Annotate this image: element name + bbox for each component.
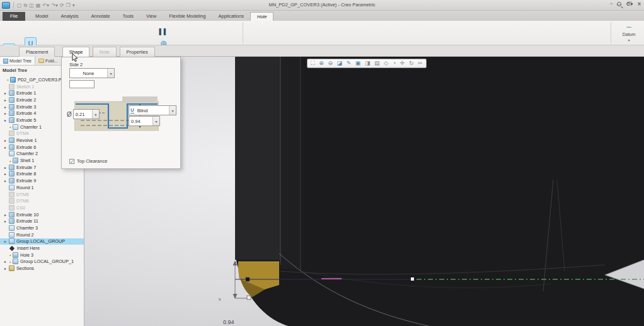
round-icon (9, 185, 14, 190)
tree-item-group-local-group-1[interactable]: ▸▲Group LOCAL_GROUP_1 (0, 259, 84, 265)
shell-icon (13, 158, 18, 163)
insert-icon (9, 245, 14, 250)
tree-item-group-local-group[interactable]: ▸Group LOCAL_GROUP (0, 238, 84, 245)
revolve-icon (9, 137, 14, 143)
orient-mode-icon[interactable]: ↻ (409, 59, 414, 67)
annotation-display-icon[interactable]: ◔ (393, 59, 396, 67)
extrude-icon (9, 144, 14, 150)
panel-tab-note: Note (93, 47, 117, 57)
tree-item-sections[interactable]: ▸Sections (0, 265, 84, 272)
zoom-in-icon[interactable]: ⊕ (319, 59, 324, 67)
ribbon-tab-model[interactable]: Model (29, 12, 54, 21)
tree-item-insert-here[interactable]: Insert Here (0, 245, 84, 252)
zoom-out-icon[interactable]: ⊖ (328, 59, 333, 67)
view-manager-icon[interactable]: ▤ (374, 59, 380, 67)
shape-depth-option-dropdown[interactable]: UBlind▾ (129, 105, 176, 115)
divider (243, 22, 243, 44)
repaint-icon[interactable]: ✎ (347, 59, 352, 67)
ribbon-tab-analysis[interactable]: Analysis (55, 12, 85, 21)
chamfer-icon (9, 225, 14, 231)
tree-item-extrude-11[interactable]: ▸Extrude 11 (0, 218, 84, 224)
top-clearance-label: Top Clearance (77, 158, 107, 164)
dashboard-tab-strip: PlacementShapeNoteProperties (0, 45, 644, 57)
extrude-icon (9, 110, 14, 116)
extrude-icon (9, 97, 14, 103)
datum-icon (9, 198, 14, 204)
group-icon (9, 238, 14, 244)
refit-icon[interactable]: ◪ (337, 59, 343, 67)
hole-icon (13, 252, 18, 258)
tree-item-extrude-10[interactable]: ▸Extrude 10 (0, 211, 84, 218)
chamfer-icon (13, 124, 18, 130)
display-style-icon[interactable]: ▣ (355, 59, 361, 67)
ribbon-tab-applications[interactable]: Applications (212, 12, 250, 21)
extrude-icon (9, 178, 14, 183)
help-icon[interactable]: ? (638, 1, 640, 7)
ribbon-tab-annotate[interactable]: Annotate (84, 12, 116, 21)
tree-item-round-1[interactable]: Round 1 (0, 184, 84, 191)
dimension-text-clipped: 0.94 (223, 319, 234, 325)
extrude-icon (9, 218, 14, 224)
in-graphics-toolbar: ⛶⊕⊖◪✎▣◨▤◇◔✛↻✂ (307, 59, 427, 68)
saved-views-icon[interactable]: ◨ (365, 59, 371, 67)
ribbon-tab-tools[interactable]: Tools (117, 12, 141, 21)
title-bar: ▢⧉◫▦↶▾↷▾⟳❐▾ MN_PD2_GP_COVER3 (Active) - … (0, 0, 644, 11)
side2-value-field[interactable] (69, 80, 95, 88)
top-clearance-checkbox[interactable]: ✓ (69, 159, 74, 164)
ribbon-tab-file[interactable]: File (3, 12, 25, 21)
pause-button[interactable]: ▌▌ (158, 25, 170, 37)
ribbon-tab-row: FileModelAnalysisAnnotateToolsViewFlexib… (0, 11, 644, 21)
panel-tab-properties[interactable]: Properties (120, 47, 155, 57)
spin-center-icon[interactable]: ✛ (400, 59, 405, 67)
extrude-icon (9, 171, 14, 177)
group-icon (13, 259, 18, 264)
tree-item-cs0[interactable]: CS0 (0, 204, 84, 211)
window-title: MN_PD2_GP_COVER3 (Active) - Creo Paramet… (0, 2, 644, 8)
tree-item-dtm6[interactable]: DTM6 (0, 197, 84, 204)
settings-gear-icon[interactable]: ⚙▾ (626, 1, 633, 7)
part-icon (10, 77, 16, 83)
ribbon-right-icons: ^⚙▾? (611, 1, 640, 7)
datum-group[interactable]: ∼ Datum ▾ (616, 23, 641, 42)
diameter-symbol: Ø (67, 111, 72, 118)
datum-wave-icon: ∼ (616, 23, 641, 32)
tree-item-round-2[interactable]: Round 2 (0, 231, 84, 238)
extrude-icon (9, 165, 14, 170)
tree-item-extrude-9[interactable]: ▸Extrude 9 (0, 177, 84, 184)
tree-panel-tab-model-tree[interactable]: Model Tree (0, 57, 35, 65)
extrude-icon (9, 212, 14, 218)
model-tree-title: Model Tree (3, 67, 27, 73)
extrude-icon (9, 117, 14, 123)
tree-panel-tab-folders[interactable]: Fold... (35, 57, 60, 65)
search-icon[interactable] (617, 2, 621, 6)
ribbon-tab-flexible-modeling[interactable]: Flexible Modeling (163, 12, 212, 21)
divider (611, 22, 611, 44)
ribbon-tab-hole[interactable]: Hole (250, 12, 273, 21)
round-icon (9, 232, 14, 238)
shape-depth-value-combobox[interactable]: 0.94▾ (129, 116, 160, 126)
extrude-icon (9, 104, 14, 110)
hole-dashboard: U▨ Uu~ Ø 0.21▾ U▾ 0.94▾ ⇅ ▌▌◎▧▞▞ơo ✓ ✕ ∼… (0, 21, 644, 45)
tree-item-dtm5[interactable]: DTM5 (0, 191, 84, 198)
detach-x-marker: × (218, 296, 221, 303)
shape-panel: Side 2 None▾ Ø 0.21▾ UBlind▾ 0.94▾ ✓ Top… (61, 57, 181, 169)
panel-tab-placement[interactable]: Placement (19, 47, 55, 57)
box-select-icon[interactable]: ⛶ (311, 59, 314, 67)
sketch-icon (9, 84, 14, 90)
ribbon-tab-view[interactable]: View (140, 12, 163, 21)
chamfer-icon (9, 151, 14, 156)
csys-icon (9, 205, 14, 211)
tree-item-extrude-8[interactable]: ▸Extrude 8 (0, 171, 84, 178)
side2-dropdown[interactable]: None▾ (69, 68, 115, 78)
tree-item-hole-3[interactable]: ▲Hole 3 (0, 252, 84, 259)
shape-diameter-combobox[interactable]: 0.21▾ (73, 109, 100, 119)
sections-icon (9, 265, 14, 271)
datum-display-icon[interactable]: ◇ (384, 59, 388, 67)
clip-icon[interactable]: ✂ (418, 59, 423, 67)
hole-axis-point (411, 277, 414, 281)
tree-item-chamfer-3[interactable]: Chamfer 3 (0, 224, 84, 231)
minimize-ribbon-icon[interactable]: ^ (611, 1, 613, 7)
mouse-cursor (71, 53, 79, 63)
datum-icon (9, 131, 14, 136)
drag-handle (246, 277, 250, 281)
